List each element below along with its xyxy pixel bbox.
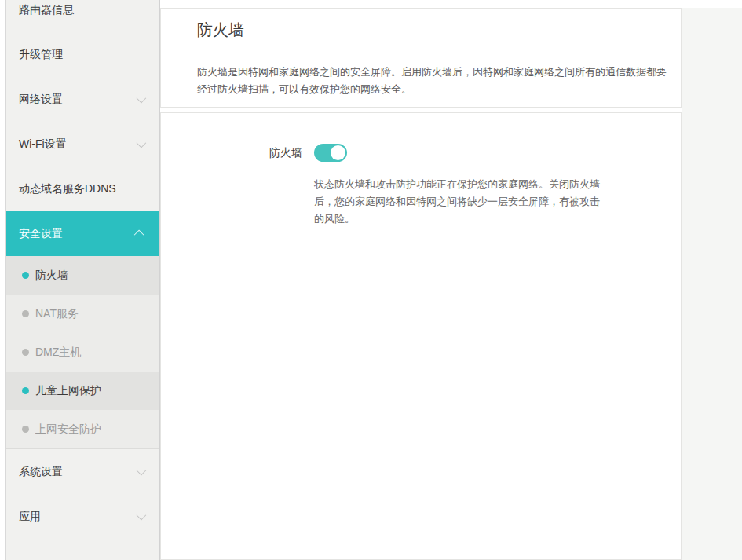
sidebar: 路由器信息 升级管理 网络设置 Wi-Fi设置 动态域名服务DDNS 安全设置 …	[5, 0, 160, 560]
bullet-dot-icon	[22, 426, 29, 433]
sidebar-item-label: 系统设置	[19, 465, 63, 479]
chevron-up-icon	[134, 230, 144, 240]
firewall-intro-text: 防火墙是因特网和家庭网络之间的安全屏障。启用防火墙后，因特网和家庭网络之间所有的…	[197, 64, 668, 98]
chevron-down-icon	[137, 511, 147, 521]
firewall-settings-card: 防火墙 状态防火墙和攻击防护功能正在保护您的家庭网络。关闭防火墙后，您的家庭网络…	[160, 112, 682, 560]
main-content: 防火墙 防火墙是因特网和家庭网络之间的安全屏障。启用防火墙后，因特网和家庭网络之…	[160, 8, 682, 560]
sidebar-item-system-settings[interactable]: 系统设置	[6, 449, 159, 494]
sidebar-item-label: 应用	[19, 510, 41, 524]
sidebar-item-security-settings[interactable]: 安全设置	[6, 211, 159, 256]
firewall-status-description: 状态防火墙和攻击防护功能正在保护您的家庭网络。关闭防火墙后，您的家庭网络和因特网…	[314, 176, 603, 228]
bullet-dot-icon	[22, 349, 29, 356]
submenu-item-nat-service[interactable]: NAT服务	[6, 295, 159, 333]
submenu-item-parental-control[interactable]: 儿童上网保护	[6, 372, 159, 410]
sidebar-item-label: 网络设置	[19, 93, 63, 107]
sidebar-item-apps[interactable]: 应用	[6, 494, 159, 539]
sidebar-item-ddns[interactable]: 动态域名服务DDNS	[6, 167, 159, 211]
sidebar-item-network-settings[interactable]: 网络设置	[6, 77, 159, 122]
toggle-knob	[331, 145, 345, 160]
bullet-dot-icon	[22, 310, 29, 317]
submenu-item-online-security[interactable]: 上网安全防护	[6, 410, 159, 448]
sidebar-item-label: 升级管理	[19, 48, 63, 62]
sidebar-item-label: Wi-Fi设置	[19, 137, 67, 152]
sidebar-item-router-info[interactable]: 路由器信息	[6, 0, 159, 32]
security-submenu: 防火墙 NAT服务 DMZ主机 儿童上网保护 上网安全防护	[6, 256, 159, 449]
sidebar-item-upgrade[interactable]: 升级管理	[6, 32, 159, 77]
sidebar-item-wifi-settings[interactable]: Wi-Fi设置	[6, 122, 159, 167]
submenu-item-label: NAT服务	[35, 307, 79, 321]
submenu-item-label: DMZ主机	[35, 346, 81, 360]
right-gray-panel	[682, 8, 742, 560]
firewall-toggle[interactable]	[314, 144, 347, 162]
page-title: 防火墙	[197, 18, 681, 42]
chevron-down-icon	[137, 93, 147, 104]
sidebar-item-label: 动态域名服务DDNS	[19, 182, 116, 196]
submenu-item-dmz-host[interactable]: DMZ主机	[6, 333, 159, 372]
sidebar-nav: 路由器信息 升级管理 网络设置 Wi-Fi设置 动态域名服务DDNS 安全设置 …	[6, 0, 159, 539]
sidebar-item-label: 安全设置	[19, 227, 63, 241]
firewall-header-card: 防火墙 防火墙是因特网和家庭网络之间的安全屏障。启用防火墙后，因特网和家庭网络之…	[160, 8, 682, 108]
sidebar-item-label: 路由器信息	[19, 3, 74, 17]
submenu-item-label: 上网安全防护	[35, 423, 101, 437]
chevron-down-icon	[137, 138, 147, 148]
submenu-item-firewall[interactable]: 防火墙	[6, 256, 159, 295]
bullet-dot-icon	[22, 272, 29, 279]
submenu-item-label: 儿童上网保护	[35, 384, 101, 398]
firewall-toggle-label: 防火墙	[161, 146, 302, 160]
firewall-toggle-row: 防火墙	[161, 113, 681, 162]
chevron-down-icon	[137, 466, 147, 476]
submenu-item-label: 防火墙	[35, 269, 68, 283]
bullet-dot-icon	[22, 387, 29, 394]
